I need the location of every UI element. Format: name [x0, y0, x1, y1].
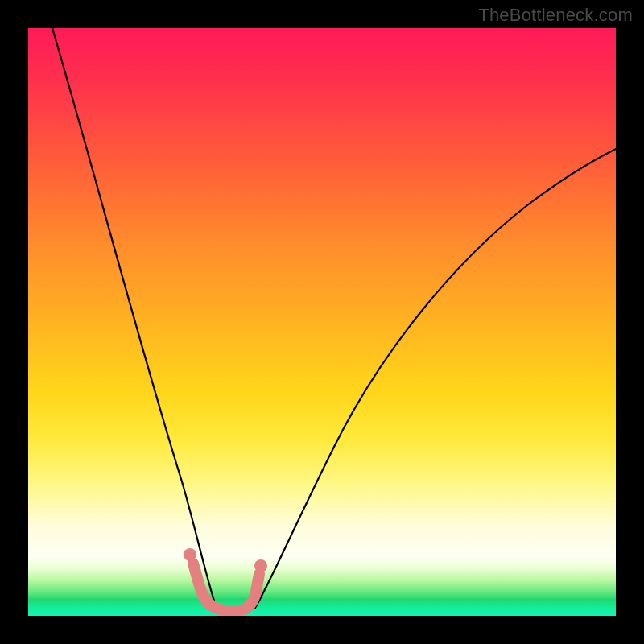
curve-left-branch	[52, 28, 216, 606]
plot-area	[28, 28, 616, 616]
outer-frame: TheBottleneck.com	[0, 0, 644, 644]
attribution-label: TheBottleneck.com	[478, 5, 633, 26]
marker-dot	[184, 548, 196, 561]
marker-dot	[254, 559, 267, 572]
minimum-bracket	[193, 564, 259, 610]
curve-right-branch	[255, 149, 616, 608]
chart-svg	[28, 28, 616, 616]
